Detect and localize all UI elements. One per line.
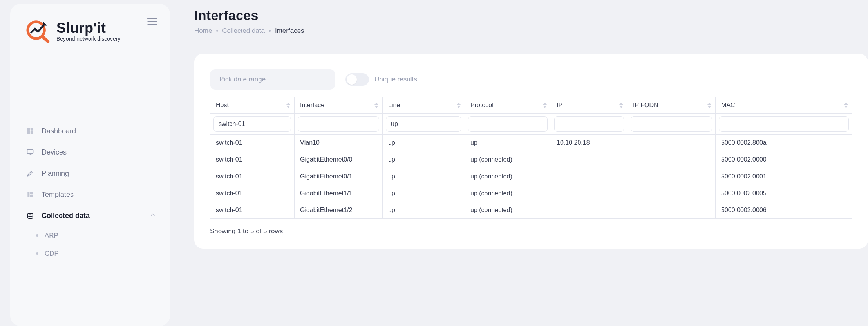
cell-protocol: up (connected) (465, 202, 551, 219)
svg-marker-18 (457, 103, 461, 105)
planning-icon (26, 169, 34, 178)
filter-ip-input[interactable] (554, 116, 624, 132)
date-range-picker[interactable]: Pick date range (210, 69, 335, 90)
col-header-line[interactable]: Line (383, 97, 465, 114)
sidebar-item-templates[interactable]: Templates (19, 185, 161, 204)
breadcrumb-collected[interactable]: Collected data (222, 27, 265, 35)
toggle-knob (347, 74, 357, 85)
sidebar-item-label: Devices (42, 148, 67, 157)
sidebar-subitem-cdp[interactable]: CDP (24, 245, 161, 262)
cell-protocol: up (connected) (465, 185, 551, 202)
cell-line: up (383, 151, 465, 168)
chevron-up-icon (150, 212, 156, 220)
sidebar-card: Slurp'it Beyond network discovery Dashbo… (10, 4, 170, 326)
filter-mac-input[interactable] (719, 116, 849, 132)
filter-interface-input[interactable] (298, 116, 379, 132)
unique-results-label: Unique results (374, 76, 417, 83)
svg-marker-14 (286, 103, 290, 105)
logo[interactable]: Slurp'it Beyond network discovery (19, 15, 161, 63)
sidebar-item-dashboard[interactable]: Dashboard (19, 121, 161, 141)
svg-marker-26 (844, 103, 848, 105)
sort-icon (844, 103, 848, 108)
col-header-label: Host (216, 102, 229, 108)
bullet-icon (36, 252, 38, 255)
cell-line: up (383, 185, 465, 202)
cell-line: up (383, 135, 465, 151)
table-footer-text: Showing 1 to 5 of 5 rows (210, 227, 852, 235)
sidebar-item-collected-data[interactable]: Collected data (19, 206, 161, 225)
svg-rect-11 (30, 192, 33, 194)
sidebar-item-planning[interactable]: Planning (19, 164, 161, 183)
svg-rect-4 (31, 128, 33, 130)
col-header-ip-fqdn[interactable]: IP FQDN (627, 97, 716, 114)
sidebar-item-label: Planning (42, 169, 69, 178)
sidebar-subitem-label: CDP (45, 250, 59, 258)
filter-ip-fqdn-input[interactable] (631, 116, 712, 132)
cell-interface: GigabitEthernet0/1 (295, 168, 383, 185)
svg-marker-2 (43, 22, 47, 26)
svg-marker-23 (619, 106, 623, 108)
col-header-protocol[interactable]: Protocol (465, 97, 551, 114)
col-header-label: MAC (721, 102, 735, 108)
cell-host: switch-01 (210, 168, 295, 185)
col-header-label: Interface (300, 102, 324, 108)
cell-interface: Vlan10 (295, 135, 383, 151)
logo-mark-icon (26, 19, 50, 43)
sidebar-item-devices[interactable]: Devices (19, 142, 161, 162)
col-header-label: Line (388, 102, 400, 108)
cell-ip-fqdn (627, 185, 716, 202)
filter-protocol-input[interactable] (468, 116, 548, 132)
col-header-label: Protocol (470, 102, 494, 108)
col-header-label: IP FQDN (633, 102, 658, 108)
main-content: Interfaces Home • Collected data • Inter… (180, 0, 868, 326)
cell-host: switch-01 (210, 202, 295, 219)
sidebar-subitem-arp[interactable]: ARP (24, 227, 161, 244)
table-header-row: Host Interface Line Protocol IP IP FQDN … (210, 97, 852, 114)
cell-mac: 5000.0002.0006 (716, 202, 852, 219)
brand-name: Slurp'it (56, 20, 120, 36)
sort-icon (374, 103, 378, 108)
breadcrumb-current: Interfaces (275, 27, 304, 35)
breadcrumb-sep: • (269, 27, 271, 35)
svg-rect-3 (27, 128, 30, 131)
cell-ip-fqdn (627, 151, 716, 168)
sidebar: Slurp'it Beyond network discovery Dashbo… (0, 0, 180, 326)
col-header-label: IP (557, 102, 562, 108)
table-row[interactable]: switch-01 GigabitEthernet0/0 up up (conn… (210, 151, 852, 168)
cell-ip (551, 185, 627, 202)
cell-ip-fqdn (627, 168, 716, 185)
templates-icon (26, 190, 34, 199)
table-row[interactable]: switch-01 GigabitEthernet1/2 up up (conn… (210, 202, 852, 219)
cell-host: switch-01 (210, 135, 295, 151)
cell-ip (551, 168, 627, 185)
table-row[interactable]: switch-01 GigabitEthernet0/1 up up (conn… (210, 168, 852, 185)
table-row[interactable]: switch-01 Vlan10 up up 10.10.20.18 5000.… (210, 135, 852, 151)
data-card: Pick date range Unique results Host Inte… (194, 54, 868, 249)
filter-host-input[interactable] (213, 116, 291, 132)
menu-toggle-icon[interactable] (147, 18, 157, 25)
cell-mac: 5000.0002.0005 (716, 185, 852, 202)
col-header-interface[interactable]: Interface (295, 97, 383, 114)
cell-ip (551, 202, 627, 219)
cell-ip: 10.10.20.18 (551, 135, 627, 151)
col-header-mac[interactable]: MAC (716, 97, 852, 114)
col-header-host[interactable]: Host (210, 97, 295, 114)
collected-data-subnav: ARP CDP (19, 227, 161, 262)
svg-rect-7 (27, 149, 33, 153)
col-header-ip[interactable]: IP (551, 97, 627, 114)
table-row[interactable]: switch-01 GigabitEthernet1/1 up up (conn… (210, 185, 852, 202)
svg-marker-27 (844, 106, 848, 108)
cell-protocol: up (connected) (465, 168, 551, 185)
svg-rect-12 (30, 195, 33, 197)
cell-interface: GigabitEthernet0/0 (295, 151, 383, 168)
devices-icon (26, 148, 34, 157)
cell-line: up (383, 168, 465, 185)
breadcrumb-home[interactable]: Home (194, 27, 212, 35)
svg-rect-10 (27, 192, 29, 197)
cell-ip-fqdn (627, 202, 716, 219)
unique-results-toggle[interactable] (345, 73, 369, 86)
interfaces-table: Host Interface Line Protocol IP IP FQDN … (210, 97, 852, 219)
cell-interface: GigabitEthernet1/1 (295, 185, 383, 202)
cell-mac: 5000.0002.800a (716, 135, 852, 151)
filter-line-input[interactable] (386, 116, 461, 132)
